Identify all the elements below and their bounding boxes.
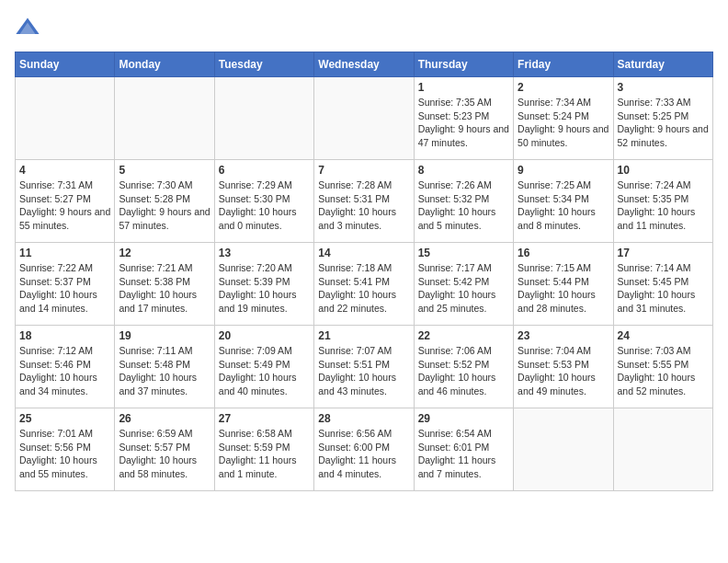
calendar-cell: 16Sunrise: 7:15 AM Sunset: 5:44 PM Dayli…: [514, 243, 613, 326]
calendar-cell: 7Sunrise: 7:28 AM Sunset: 5:31 PM Daylig…: [314, 160, 414, 243]
calendar-cell: 13Sunrise: 7:20 AM Sunset: 5:39 PM Dayli…: [214, 243, 313, 326]
calendar-cell: 14Sunrise: 7:18 AM Sunset: 5:41 PM Dayli…: [314, 243, 414, 326]
calendar-cell: 17Sunrise: 7:14 AM Sunset: 5:45 PM Dayli…: [613, 243, 712, 326]
calendar-cell: [514, 408, 613, 491]
day-info: Sunrise: 7:07 AM Sunset: 5:51 PM Dayligh…: [318, 344, 409, 398]
day-number: 7: [318, 164, 409, 177]
calendar-week-row: 11Sunrise: 7:22 AM Sunset: 5:37 PM Dayli…: [16, 243, 713, 326]
day-number: 5: [119, 164, 210, 177]
calendar-cell: 1Sunrise: 7:35 AM Sunset: 5:23 PM Daylig…: [414, 77, 513, 160]
day-info: Sunrise: 7:21 AM Sunset: 5:38 PM Dayligh…: [119, 261, 210, 316]
calendar-table: SundayMondayTuesdayWednesdayThursdayFrid…: [15, 52, 713, 491]
day-header-thursday: Thursday: [414, 52, 513, 77]
day-info: Sunrise: 7:06 AM Sunset: 5:52 PM Dayligh…: [418, 344, 509, 398]
day-number: 18: [19, 329, 110, 342]
day-info: Sunrise: 6:59 AM Sunset: 5:57 PM Dayligh…: [119, 427, 210, 481]
day-number: 27: [219, 412, 310, 425]
day-info: Sunrise: 7:11 AM Sunset: 5:48 PM Dayligh…: [119, 344, 210, 398]
day-info: Sunrise: 7:15 AM Sunset: 5:44 PM Dayligh…: [518, 261, 609, 316]
day-info: Sunrise: 7:35 AM Sunset: 5:23 PM Dayligh…: [418, 96, 509, 150]
calendar-cell: 24Sunrise: 7:03 AM Sunset: 5:55 PM Dayli…: [613, 326, 712, 408]
day-number: 8: [418, 164, 509, 177]
calendar-cell: 18Sunrise: 7:12 AM Sunset: 5:46 PM Dayli…: [16, 326, 115, 408]
day-info: Sunrise: 7:26 AM Sunset: 5:32 PM Dayligh…: [418, 178, 509, 233]
calendar-cell: [214, 77, 313, 160]
day-info: Sunrise: 6:56 AM Sunset: 6:00 PM Dayligh…: [318, 427, 409, 481]
day-header-tuesday: Tuesday: [214, 52, 313, 77]
day-info: Sunrise: 7:24 AM Sunset: 5:35 PM Dayligh…: [618, 178, 709, 233]
day-number: 15: [418, 247, 509, 259]
calendar-cell: 28Sunrise: 6:56 AM Sunset: 6:00 PM Dayli…: [314, 408, 414, 491]
day-info: Sunrise: 7:25 AM Sunset: 5:34 PM Dayligh…: [518, 178, 609, 233]
calendar-header-row: SundayMondayTuesdayWednesdayThursdayFrid…: [16, 52, 713, 77]
calendar-cell: 11Sunrise: 7:22 AM Sunset: 5:37 PM Dayli…: [16, 243, 115, 326]
calendar-cell: 2Sunrise: 7:34 AM Sunset: 5:24 PM Daylig…: [514, 77, 613, 160]
day-number: 13: [219, 247, 310, 259]
day-number: 4: [19, 164, 110, 177]
day-info: Sunrise: 7:33 AM Sunset: 5:25 PM Dayligh…: [618, 96, 709, 150]
day-number: 24: [618, 329, 709, 342]
calendar-week-row: 25Sunrise: 7:01 AM Sunset: 5:56 PM Dayli…: [16, 408, 713, 491]
day-info: Sunrise: 7:20 AM Sunset: 5:39 PM Dayligh…: [219, 261, 310, 316]
day-number: 16: [518, 247, 609, 259]
calendar-cell: [16, 77, 115, 160]
day-info: Sunrise: 7:14 AM Sunset: 5:45 PM Dayligh…: [618, 261, 709, 316]
calendar-cell: 19Sunrise: 7:11 AM Sunset: 5:48 PM Dayli…: [115, 326, 214, 408]
day-number: 25: [19, 412, 110, 425]
day-info: Sunrise: 7:29 AM Sunset: 5:30 PM Dayligh…: [219, 178, 310, 233]
calendar-cell: 5Sunrise: 7:30 AM Sunset: 5:28 PM Daylig…: [115, 160, 214, 243]
day-info: Sunrise: 6:58 AM Sunset: 5:59 PM Dayligh…: [219, 427, 310, 481]
day-info: Sunrise: 7:31 AM Sunset: 5:27 PM Dayligh…: [19, 178, 110, 233]
day-info: Sunrise: 7:22 AM Sunset: 5:37 PM Dayligh…: [19, 261, 110, 316]
calendar-week-row: 4Sunrise: 7:31 AM Sunset: 5:27 PM Daylig…: [16, 160, 713, 243]
calendar-cell: [115, 77, 214, 160]
day-number: 10: [618, 164, 709, 177]
logo-icon: [15, 15, 40, 40]
day-info: Sunrise: 7:03 AM Sunset: 5:55 PM Dayligh…: [618, 344, 709, 398]
day-number: 11: [19, 247, 110, 259]
day-number: 2: [518, 81, 609, 94]
calendar-cell: 10Sunrise: 7:24 AM Sunset: 5:35 PM Dayli…: [613, 160, 712, 243]
calendar-cell: [314, 77, 414, 160]
day-number: 17: [618, 247, 709, 259]
calendar-body: 1Sunrise: 7:35 AM Sunset: 5:23 PM Daylig…: [16, 77, 713, 491]
day-info: Sunrise: 7:30 AM Sunset: 5:28 PM Dayligh…: [119, 178, 210, 233]
day-number: 21: [318, 329, 409, 342]
calendar-cell: 27Sunrise: 6:58 AM Sunset: 5:59 PM Dayli…: [214, 408, 313, 491]
page-header: [15, 15, 713, 40]
calendar-cell: 23Sunrise: 7:04 AM Sunset: 5:53 PM Dayli…: [514, 326, 613, 408]
calendar-week-row: 1Sunrise: 7:35 AM Sunset: 5:23 PM Daylig…: [16, 77, 713, 160]
calendar-cell: 20Sunrise: 7:09 AM Sunset: 5:49 PM Dayli…: [214, 326, 313, 408]
day-info: Sunrise: 7:28 AM Sunset: 5:31 PM Dayligh…: [318, 178, 409, 233]
day-number: 6: [219, 164, 310, 177]
day-header-friday: Friday: [514, 52, 613, 77]
day-number: 1: [418, 81, 509, 94]
day-number: 14: [318, 247, 409, 259]
day-number: 20: [219, 329, 310, 342]
day-number: 22: [418, 329, 509, 342]
calendar-cell: 25Sunrise: 7:01 AM Sunset: 5:56 PM Dayli…: [16, 408, 115, 491]
calendar-cell: 6Sunrise: 7:29 AM Sunset: 5:30 PM Daylig…: [214, 160, 313, 243]
day-info: Sunrise: 6:54 AM Sunset: 6:01 PM Dayligh…: [418, 427, 509, 481]
calendar-cell: 8Sunrise: 7:26 AM Sunset: 5:32 PM Daylig…: [414, 160, 513, 243]
day-number: 9: [518, 164, 609, 177]
day-header-wednesday: Wednesday: [314, 52, 414, 77]
calendar-cell: 21Sunrise: 7:07 AM Sunset: 5:51 PM Dayli…: [314, 326, 414, 408]
day-number: 19: [119, 329, 210, 342]
day-info: Sunrise: 7:34 AM Sunset: 5:24 PM Dayligh…: [518, 96, 609, 150]
calendar-cell: 12Sunrise: 7:21 AM Sunset: 5:38 PM Dayli…: [115, 243, 214, 326]
calendar-cell: 22Sunrise: 7:06 AM Sunset: 5:52 PM Dayli…: [414, 326, 513, 408]
day-info: Sunrise: 7:01 AM Sunset: 5:56 PM Dayligh…: [19, 427, 110, 481]
calendar-week-row: 18Sunrise: 7:12 AM Sunset: 5:46 PM Dayli…: [16, 326, 713, 408]
calendar-cell: 4Sunrise: 7:31 AM Sunset: 5:27 PM Daylig…: [16, 160, 115, 243]
day-header-sunday: Sunday: [16, 52, 115, 77]
day-header-saturday: Saturday: [613, 52, 712, 77]
day-info: Sunrise: 7:12 AM Sunset: 5:46 PM Dayligh…: [19, 344, 110, 398]
day-number: 12: [119, 247, 210, 259]
day-header-monday: Monday: [115, 52, 214, 77]
day-info: Sunrise: 7:04 AM Sunset: 5:53 PM Dayligh…: [518, 344, 609, 398]
day-info: Sunrise: 7:17 AM Sunset: 5:42 PM Dayligh…: [418, 261, 509, 316]
calendar-cell: 26Sunrise: 6:59 AM Sunset: 5:57 PM Dayli…: [115, 408, 214, 491]
day-info: Sunrise: 7:09 AM Sunset: 5:49 PM Dayligh…: [219, 344, 310, 398]
day-info: Sunrise: 7:18 AM Sunset: 5:41 PM Dayligh…: [318, 261, 409, 316]
